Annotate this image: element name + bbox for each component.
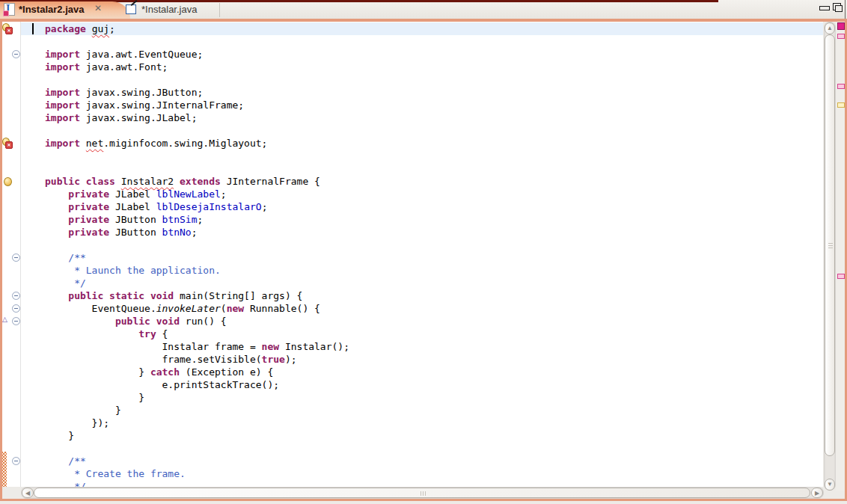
code-token: private [68,188,109,200]
overview-annotation-marker[interactable] [837,274,845,279]
error-icon: ✕ [5,141,13,149]
code-token: extends [180,176,221,187]
code-token: { [156,328,168,339]
code-line: import java.awt.EventQueue; [45,48,349,61]
code-token: new [227,303,244,314]
range-indicator [2,452,7,487]
code-lines: package guj;import java.awt.EventQueue;i… [45,22,349,487]
code-token: } [45,392,144,403]
overview-annotation-marker[interactable] [837,34,845,39]
code-token: ; [198,214,204,225]
restore-icon[interactable] [833,3,841,10]
code-token: ; [221,188,227,200]
minimize-icon[interactable] [819,6,830,10]
tab-separator [219,3,220,17]
code-line: Instalar frame = new Instalar(); [45,340,349,353]
fold-collapse-icon[interactable] [12,292,20,300]
scroll-right-icon[interactable]: ▶ [811,488,823,498]
fold-collapse-icon[interactable] [12,317,20,325]
tab-instalar-label[interactable]: *Instalar.java [141,4,197,15]
code-token: javax.swing.JButton; [86,87,204,98]
warning-quickfix-icon[interactable] [2,176,13,187]
overview-error-marker[interactable] [837,22,845,30]
code-token: java.awt.Font; [86,61,168,73]
grip [425,491,426,496]
code-token: invokeLater [156,303,221,314]
code-line [45,239,349,251]
grip [421,491,421,496]
code-token: ); [285,354,297,365]
code-line: private JLabel lblNewLabel; [45,188,349,200]
code-token: private [68,227,109,238]
fold-collapse-icon[interactable] [12,50,20,58]
code-line: } catch (Exception e) { [45,366,349,378]
code-token: javax.swing.JLabel; [86,112,198,123]
code-line: /** [45,455,349,467]
code-editor[interactable]: package guj;import java.awt.EventQueue;i… [2,22,823,487]
code-line: frame.setVisible(true); [45,353,349,366]
code-token: ; [192,227,198,238]
code-token: catch [150,366,180,378]
code-token: e.printStackTrace(); [45,379,279,390]
code-token: Instalar2 [121,176,174,187]
code-line: private JButton btnNo; [45,226,349,239]
vertical-scrollbar-thumb[interactable] [825,34,835,456]
error-quickfix-icon[interactable]: ✕ [2,23,13,34]
fold-collapse-icon[interactable] [12,457,20,465]
code-token: import [45,112,86,123]
code-token: /** [45,252,86,263]
code-token: public static void [68,290,174,301]
code-token: lblDesejaInstalarO [156,201,262,212]
code-token [174,176,180,187]
code-line [45,124,349,137]
code-token: btnNo [162,227,192,238]
code-line: }); [45,417,349,429]
code-token: JLabel [109,188,156,200]
grip [828,245,833,246]
code-token: */ [45,481,86,487]
code-token: (Exception e) { [180,366,273,378]
code-line: } [45,391,349,404]
error-quickfix-icon[interactable]: ✕ [2,138,13,149]
close-icon[interactable]: ✕ [94,3,102,13]
code-token: run() { [180,316,227,327]
code-token [45,290,68,301]
code-token [45,227,68,238]
code-token: import [45,49,86,60]
horizontal-scrollbar-thumb[interactable] [34,488,810,498]
code-line: package guj; [45,22,349,35]
overview-annotation-marker[interactable] [837,102,845,108]
code-line: } [45,429,349,442]
code-token: EventQueue. [45,303,156,314]
tab-instalar2-label[interactable]: *Instalar2.java [19,4,84,15]
fold-collapse-icon[interactable] [12,304,20,313]
code-line: */ [45,277,349,289]
code-token: } [45,366,150,378]
overview-annotation-marker[interactable] [837,84,845,89]
code-token: ; [109,23,115,34]
code-token [45,214,68,225]
code-line: /** [45,251,349,264]
code-line: import net.miginfocom.swing.Miglayout; [45,137,349,150]
override-indicator-icon[interactable]: △ [2,316,13,327]
code-token: true [262,354,285,365]
code-token: * Create the frame. [45,468,186,479]
scroll-left-icon[interactable]: ◀ [22,488,34,498]
code-token: javax.swing.JInternalFrame; [86,99,244,111]
code-token: * Launch the application. [45,265,221,276]
code-token: Runnable() { [244,303,320,314]
code-line: * Create the frame. [45,467,349,480]
code-token: import [45,138,86,149]
error-icon: ✕ [5,27,13,34]
scroll-down-icon[interactable]: ▼ [825,479,835,491]
code-line: public class Instalar2 extends JInternal… [45,175,349,188]
scroll-up-icon[interactable]: ▲ [825,22,835,34]
code-token: frame.setVisible( [45,354,262,365]
overview-ruler [836,22,845,491]
code-token: } [45,405,121,416]
code-token: import [45,61,86,73]
fold-collapse-icon[interactable] [12,253,20,262]
code-line: * Launch the application. [45,264,349,277]
code-line: private JLabel lblDesejaInstalarO; [45,200,349,213]
code-line: import javax.swing.JButton; [45,86,349,99]
